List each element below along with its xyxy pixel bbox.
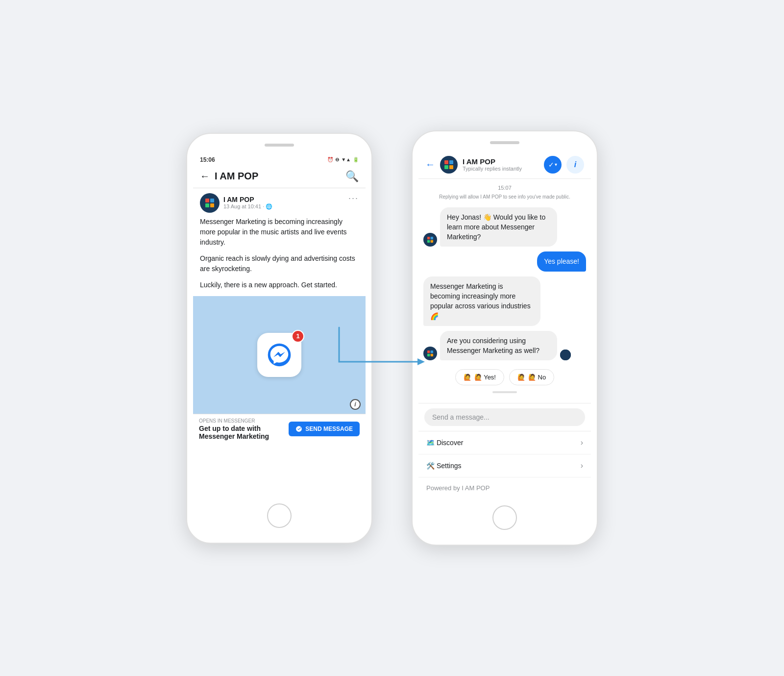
check-button[interactable]: ✓ ▾	[544, 156, 562, 174]
svg-rect-12	[427, 240, 430, 243]
svg-rect-11	[431, 237, 433, 239]
quick-reply-no[interactable]: 🙋 🙋 No	[509, 369, 554, 385]
cta-label-small: OPENS IN MESSENGER	[199, 418, 289, 424]
message-input[interactable]: Send a message...	[424, 408, 585, 426]
home-button-right[interactable]	[492, 505, 517, 530]
info-icon[interactable]: i	[350, 399, 361, 410]
post-paragraph-2: Organic reach is slowly dying and advert…	[200, 253, 359, 274]
chevron-right-icon-2: ›	[581, 461, 583, 470]
notification-badge: 1	[292, 330, 304, 343]
check-icon: ✓	[548, 161, 554, 169]
svg-rect-0	[205, 199, 209, 202]
info-button[interactable]: i	[566, 156, 584, 174]
post-paragraph-3: Luckily, there is a new approach. Get st…	[200, 280, 359, 290]
status-time: 15:06	[200, 156, 215, 163]
messenger-avatar	[440, 156, 458, 174]
message-row-3: Messenger Marketing is becoming increasi…	[423, 276, 586, 326]
no-label: 🙋 No	[528, 374, 546, 381]
chat-timestamp: 15:07	[423, 185, 586, 191]
status-bar: 15:06 ⏰ ⊖ ▼▲ 🔋	[193, 153, 366, 166]
messenger-header: ← I AM POP Typically replies instantly	[418, 151, 591, 179]
cta-text-area: OPENS IN MESSENGER Get up to date with M…	[199, 418, 289, 440]
back-arrow-icon[interactable]: ←	[200, 171, 210, 182]
right-phone-top	[418, 141, 591, 144]
author-info: I AM POP 13 Aug at 10:41 · 🌐	[223, 196, 272, 210]
messenger-page-name: I AM POP	[463, 157, 539, 166]
home-button-left[interactable]	[267, 503, 292, 528]
svg-rect-7	[449, 160, 453, 164]
left-phone-top	[193, 144, 366, 147]
battery-icon: 🔋	[353, 157, 359, 162]
bot-avatar-1	[423, 233, 437, 247]
no-emoji: 🙋	[517, 374, 525, 381]
yes-emoji: 🙋	[464, 374, 471, 381]
author-name: I AM POP	[223, 196, 272, 203]
svg-rect-9	[449, 165, 453, 169]
post-meta: 13 Aug at 10:41 · 🌐	[223, 203, 272, 210]
send-button-label: SEND MESSAGE	[305, 426, 353, 432]
message-row-2: Yes please!	[423, 251, 586, 271]
connector-arrow	[334, 318, 432, 376]
svg-rect-8	[444, 165, 448, 169]
post-author-left: I AM POP 13 Aug at 10:41 · 🌐	[200, 193, 272, 213]
divider	[492, 391, 517, 393]
discover-icon: 🗺️	[426, 439, 437, 447]
signal-icon: ⊖	[335, 157, 339, 162]
send-message-button[interactable]: SEND MESSAGE	[289, 422, 360, 436]
chat-bubble-received-1: Hey Jonas! 👋 Would you like to learn mor…	[440, 207, 557, 247]
wifi-icon: ▼▲	[341, 157, 351, 162]
page-title: I AM POP	[215, 171, 258, 182]
svg-rect-10	[427, 237, 430, 239]
quick-reply-yes[interactable]: 🙋 🙋 Yes!	[455, 369, 504, 385]
chat-bubble-received-2: Messenger Marketing is becoming increasi…	[423, 276, 540, 326]
phone-speaker	[265, 144, 294, 147]
svg-rect-13	[431, 240, 433, 243]
right-phone: ← I AM POP Typically replies instantly	[412, 130, 598, 546]
quick-replies: 🙋 🙋 Yes! 🙋 🙋 No	[423, 365, 586, 391]
phone-speaker-right	[490, 141, 519, 144]
messenger-page-subtitle: Typically replies instantly	[463, 166, 539, 172]
chat-privacy-note: Replying will allow I AM POP to see info…	[423, 194, 586, 200]
svg-rect-6	[444, 160, 448, 164]
alarm-icon: ⏰	[327, 157, 333, 162]
avatar	[200, 193, 220, 213]
scene: 15:06 ⏰ ⊖ ▼▲ 🔋 ← I AM POP 🔍	[167, 111, 617, 566]
svg-rect-3	[210, 203, 214, 207]
settings-label: 🛠️ Settings	[426, 462, 461, 470]
settings-icon: 🛠️	[426, 462, 437, 470]
discover-label: 🗺️ Discover	[426, 439, 463, 447]
chevron-icon: ▾	[555, 162, 557, 167]
user-avatar	[560, 350, 571, 360]
chat-bottom-menu: 🗺️ Discover › 🛠️ Settings › Powered by I…	[418, 431, 591, 499]
svg-marker-5	[417, 358, 425, 365]
powered-by-text: Powered by I AM POP	[418, 477, 591, 499]
post-paragraph-1: Messenger Marketing is becoming increasi…	[200, 217, 359, 248]
chevron-right-icon: ›	[581, 438, 583, 447]
chat-bubble-sent-1: Yes please!	[537, 251, 586, 271]
svg-rect-1	[210, 199, 214, 202]
messenger-back-icon[interactable]: ←	[425, 159, 435, 170]
chat-area: 15:07 Replying will allow I AM POP to se…	[418, 179, 591, 403]
post-cta-bar: OPENS IN MESSENGER Get up to date with M…	[193, 414, 366, 444]
message-row-1: Hey Jonas! 👋 Would you like to learn mor…	[423, 207, 586, 247]
messenger-header-info: I AM POP Typically replies instantly	[463, 157, 539, 172]
chat-bubble-received-3: Are you considering using Messenger Mark…	[440, 331, 557, 361]
yes-label: 🙋 Yes!	[474, 374, 496, 381]
post-author-row: I AM POP 13 Aug at 10:41 · 🌐 ···	[200, 193, 359, 213]
message-row-4: Are you considering using Messenger Mark…	[423, 331, 586, 361]
menu-item-discover[interactable]: 🗺️ Discover ›	[418, 431, 591, 454]
message-input-area: Send a message...	[418, 403, 591, 431]
post-more-icon[interactable]: ···	[348, 193, 359, 203]
fb-header: ← I AM POP 🔍	[193, 166, 366, 188]
search-icon[interactable]: 🔍	[345, 170, 359, 183]
messenger-header-actions: ✓ ▾ i	[544, 156, 584, 174]
post-card: I AM POP 13 Aug at 10:41 · 🌐 ··· Messeng…	[193, 188, 366, 290]
menu-item-settings[interactable]: 🛠️ Settings ›	[418, 454, 591, 477]
right-phone-screen: ← I AM POP Typically replies instantly	[418, 151, 591, 499]
status-icons: ⏰ ⊖ ▼▲ 🔋	[327, 157, 359, 162]
svg-rect-2	[205, 203, 209, 207]
fb-header-left: ← I AM POP	[200, 171, 258, 182]
messenger-icon-wrapper: 1	[257, 333, 301, 377]
cta-label-big: Get up to date with Messenger Marketing	[199, 425, 289, 440]
